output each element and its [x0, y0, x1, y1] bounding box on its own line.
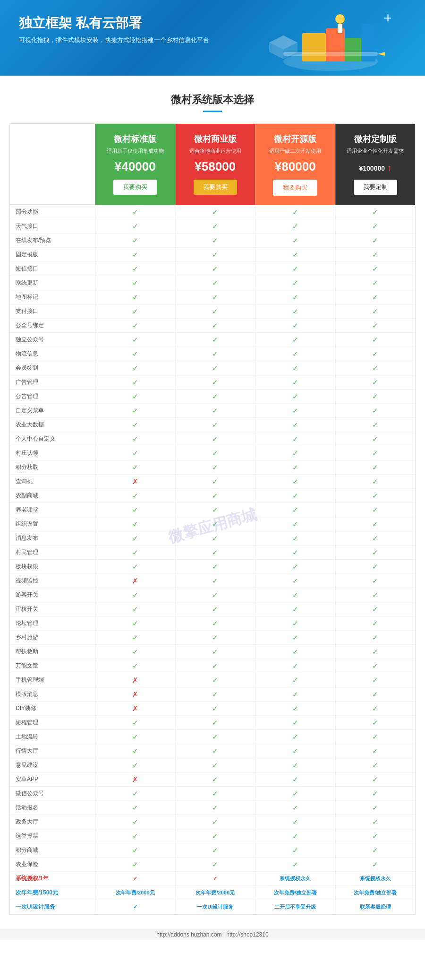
- feature-check: ✓: [335, 304, 416, 319]
- feature-label: 乡村旅游: [10, 631, 95, 645]
- feature-check: ✓: [255, 631, 335, 645]
- feature-check: ✓: [255, 687, 335, 702]
- feature-check: ✓: [175, 248, 255, 262]
- feature-label: 帮扶救助: [10, 645, 95, 659]
- feature-check: ✓: [255, 602, 335, 616]
- feature-check: ✓: [95, 489, 175, 503]
- svg-rect-2: [326, 28, 345, 61]
- plan-header-custom: 微村定制版 适用企业个性化开发需求 ¥100000 ↑ 我要定制: [335, 124, 416, 205]
- feature-check: ✓: [335, 319, 416, 333]
- feature-check: ✓: [175, 503, 255, 517]
- feature-check: ✓: [95, 815, 175, 829]
- feature-check: ✓: [335, 248, 416, 262]
- feature-check: ✓: [95, 248, 175, 262]
- feature-label: 论坛管理: [10, 616, 95, 631]
- feature-check: ✗: [95, 687, 175, 702]
- plan-btn-custom[interactable]: 我要定制: [354, 180, 397, 195]
- feature-check: ✓: [95, 602, 175, 616]
- feature-check: ✓: [95, 843, 175, 858]
- feature-label: 部分功能: [10, 205, 95, 219]
- feature-label: 系统更新: [10, 276, 95, 290]
- svg-rect-1: [302, 33, 326, 61]
- feature-label: 天气接口: [10, 219, 95, 234]
- feature-check: ✓: [335, 829, 416, 843]
- feature-check: ✓: [175, 304, 255, 319]
- feature-check: ✓: [175, 659, 255, 673]
- bottom-row-check-1-1: 次年年费/2000元: [175, 886, 255, 900]
- feature-check: ✓: [335, 659, 416, 673]
- feature-label: 板块权限: [10, 560, 95, 574]
- feature-label: 安卓APP: [10, 772, 95, 787]
- feature-check: ✓: [255, 418, 335, 432]
- plan-btn-opensource[interactable]: 我要购买: [273, 180, 317, 196]
- plan-desc-standard: 适用新手仅使用集成功能: [102, 147, 168, 155]
- feature-check: ✓: [95, 858, 175, 872]
- feature-check: ✓: [175, 687, 255, 702]
- feature-label: 组织设置: [10, 517, 95, 531]
- feature-check: ✓: [95, 219, 175, 234]
- feature-check: ✓: [175, 375, 255, 390]
- feature-check: ✓: [95, 418, 175, 432]
- feature-check: ✓: [335, 390, 416, 404]
- feature-check: ✓: [175, 347, 255, 361]
- feature-check: ✓: [255, 858, 335, 872]
- feature-check: ✓: [335, 574, 416, 588]
- feature-check: ✓: [175, 560, 255, 574]
- feature-label: 独立公众号: [10, 333, 95, 347]
- feature-label: 会员签到: [10, 361, 95, 375]
- feature-check: ✓: [175, 205, 255, 219]
- feature-check: ✓: [255, 744, 335, 758]
- feature-check: ✓: [95, 645, 175, 659]
- plan-btn-standard[interactable]: 我要购买: [113, 180, 157, 195]
- feature-label: 视频监控: [10, 574, 95, 588]
- feature-label: 公告管理: [10, 390, 95, 404]
- feature-check: ✓: [335, 815, 416, 829]
- feature-check: ✓: [175, 531, 255, 546]
- feature-check: ✓: [335, 602, 416, 616]
- feature-check: ✗: [95, 475, 175, 489]
- plan-name-opensource: 微村开源版: [263, 133, 328, 145]
- feature-check: ✓: [335, 219, 416, 234]
- bottom-row-check-2-3: 联系客服经理: [335, 900, 416, 914]
- feature-check: ✓: [255, 560, 335, 574]
- feature-check: ✓: [255, 446, 335, 460]
- feature-check: ✓: [175, 276, 255, 290]
- feature-check: ✓: [335, 489, 416, 503]
- feature-check: ✓: [255, 219, 335, 234]
- feature-label: 意见建议: [10, 758, 95, 772]
- feature-check: ✓: [95, 560, 175, 574]
- feature-check: ✓: [175, 631, 255, 645]
- feature-label: 土地流转: [10, 730, 95, 744]
- section-title-wrap: 微村系统版本选择: [0, 76, 425, 123]
- feature-check: ✓: [335, 503, 416, 517]
- feature-check: ✓: [175, 801, 255, 815]
- feature-check: ✓: [255, 787, 335, 801]
- feature-check: ✓: [335, 262, 416, 276]
- bottom-row-check-2-2: 二开后不享受升级: [255, 900, 335, 914]
- bottom-row-label-1: 次年年费/1500元: [10, 886, 95, 900]
- feature-label: 物流信息: [10, 347, 95, 361]
- feature-label: 养老课堂: [10, 503, 95, 517]
- svg-rect-7: [283, 52, 378, 56]
- feature-check: ✓: [175, 489, 255, 503]
- feature-check: ✓: [255, 304, 335, 319]
- feature-check: ✓: [335, 645, 416, 659]
- feature-check: ✓: [175, 858, 255, 872]
- feature-check: ✓: [255, 234, 335, 248]
- feature-check: ✓: [335, 730, 416, 744]
- feature-label: 村庄认领: [10, 446, 95, 460]
- feature-check: ✗: [95, 772, 175, 787]
- feature-check: ✓: [95, 787, 175, 801]
- feature-check: ✓: [255, 432, 335, 446]
- feature-check: ✓: [175, 744, 255, 758]
- feature-check: ✓: [255, 730, 335, 744]
- bottom-row-check-0-0: ✓: [95, 872, 175, 886]
- feature-check: ✓: [255, 290, 335, 304]
- plan-price-standard: ¥40000: [102, 159, 168, 174]
- feature-label: 行情大厅: [10, 744, 95, 758]
- feature-check: ✓: [255, 829, 335, 843]
- feature-check: ✓: [335, 234, 416, 248]
- feature-check: ✓: [255, 673, 335, 687]
- feature-check: ✓: [175, 460, 255, 475]
- plan-btn-commercial[interactable]: 我要购买: [194, 180, 237, 195]
